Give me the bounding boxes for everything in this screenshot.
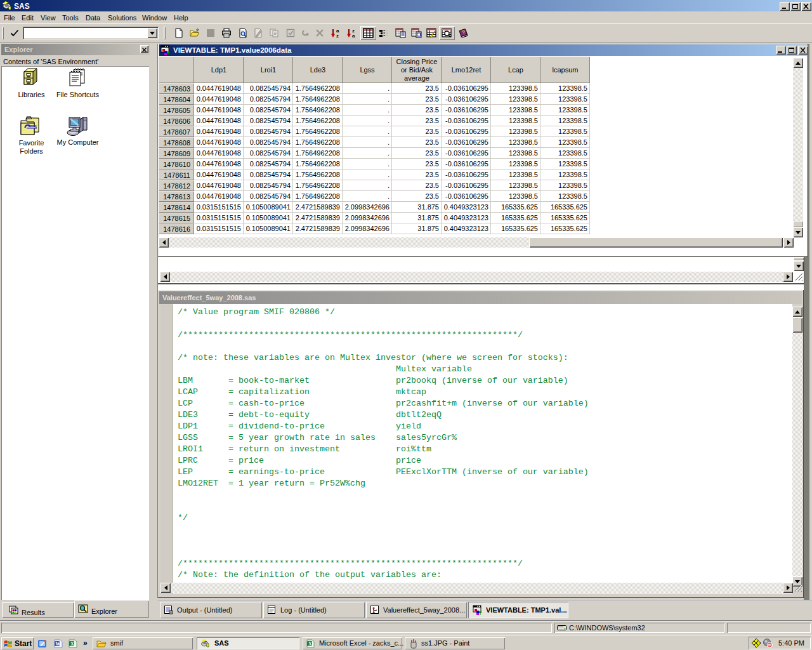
svg-text:W: W [55, 641, 60, 647]
svg-text:X: X [308, 641, 312, 647]
svg-text:z: z [336, 33, 339, 38]
svg-text:X: X [70, 641, 74, 647]
svg-text:a: a [352, 33, 355, 38]
